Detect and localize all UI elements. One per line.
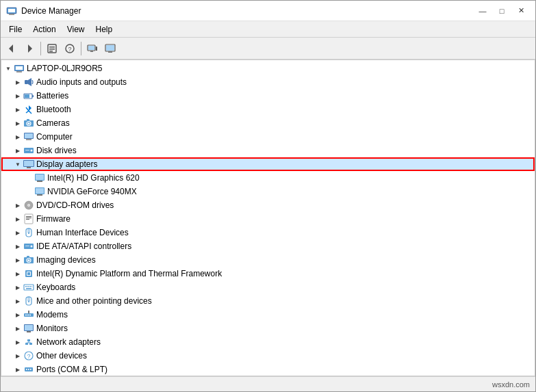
svg-rect-14 <box>96 47 97 51</box>
svg-rect-17 <box>106 45 114 51</box>
svg-rect-74 <box>28 297 29 301</box>
svg-rect-45 <box>36 188 44 194</box>
svg-rect-69 <box>27 286 29 287</box>
tree-item-keyboards[interactable]: Keyboards <box>1 280 535 294</box>
toolbar-scan[interactable] <box>84 40 101 57</box>
tree-item-cameras[interactable]: Cameras <box>1 116 535 130</box>
diskdrives-expand <box>12 145 23 156</box>
displayadapters-expand <box>12 159 23 170</box>
svg-point-36 <box>31 150 33 152</box>
toolbar-update[interactable]: ? <box>62 40 78 57</box>
maximize-button[interactable]: □ <box>493 4 511 18</box>
tree-item-displayadapters[interactable]: Display adapters <box>1 157 535 171</box>
minimize-button[interactable]: — <box>474 4 492 18</box>
tree-item-intel-dynamic[interactable]: Intel(R) Dynamic Platform and Thermal Fr… <box>1 267 535 280</box>
tree-item-imaging[interactable]: Imaging devices <box>1 253 535 267</box>
nvidia-label: NVIDIA GeForce 940MX <box>47 187 137 196</box>
svg-rect-72 <box>26 288 31 289</box>
tree-item-monitors[interactable]: Monitors <box>1 322 535 335</box>
hid-icon <box>23 227 34 238</box>
dvdrom-expand <box>12 200 23 211</box>
modems-expand <box>12 309 23 320</box>
tree-item-hid[interactable]: Human Interface Devices <box>1 226 535 239</box>
firmware-icon <box>23 213 34 224</box>
svg-rect-95 <box>30 369 31 370</box>
tree-item-modems[interactable]: Modems <box>1 308 535 322</box>
batteries-label: Batteries <box>36 91 68 101</box>
toolbar-forward[interactable] <box>21 40 38 57</box>
menu-help[interactable]: Help <box>90 23 118 36</box>
network-icon <box>23 337 34 348</box>
menu-view[interactable]: View <box>62 23 90 36</box>
svg-point-79 <box>29 315 31 316</box>
svg-rect-34 <box>26 139 31 140</box>
svg-rect-23 <box>25 80 28 84</box>
monitors-icon <box>23 323 34 334</box>
tree-item-batteries[interactable]: Batteries <box>1 89 535 103</box>
tree-item-audio[interactable]: Audio inputs and outputs <box>1 75 535 89</box>
svg-text:?: ? <box>68 46 71 53</box>
status-text: wsxdn.com <box>492 380 530 389</box>
tree-item-diskdrives[interactable]: Disk drives <box>1 144 535 157</box>
svg-rect-82 <box>25 325 33 330</box>
ports-expand <box>12 364 23 375</box>
tree-view[interactable]: LAPTOP-0LJR9OR5 Audio inputs and outputs <box>1 60 535 376</box>
computer-icon <box>23 131 34 142</box>
toolbar-display[interactable] <box>102 40 118 57</box>
tree-item-firmware[interactable]: Firmware <box>1 212 535 226</box>
cameras-expand <box>12 118 23 129</box>
other-label: Other devices <box>36 351 87 361</box>
status-bar: wsxdn.com <box>1 376 535 391</box>
tree-root[interactable]: LAPTOP-0LJR9OR5 <box>1 62 535 75</box>
svg-rect-55 <box>28 228 29 233</box>
tree-item-network[interactable]: Network adapters <box>1 335 535 349</box>
tree-item-intelhd[interactable]: Intel(R) HD Graphics 620 <box>1 171 535 185</box>
network-expand <box>12 337 23 348</box>
ports-icon <box>23 364 34 375</box>
tree-item-ports[interactable]: Ports (COM & LPT) <box>1 363 535 376</box>
svg-rect-59 <box>25 246 29 246</box>
svg-rect-37 <box>25 150 29 151</box>
svg-rect-67 <box>24 285 34 290</box>
toolbar: ? <box>1 38 535 60</box>
title-bar-left: Device Manager <box>6 5 81 16</box>
keyboards-icon <box>23 282 34 293</box>
tree-item-nvidia[interactable]: NVIDIA GeForce 940MX <box>1 185 535 198</box>
svg-rect-93 <box>26 369 27 370</box>
intel-dynamic-expand <box>12 268 23 279</box>
bluetooth-icon <box>23 104 34 115</box>
menu-file[interactable]: File <box>3 23 27 36</box>
toolbar-sep-1 <box>40 42 41 55</box>
close-button[interactable]: ✕ <box>512 4 530 18</box>
tree-item-other[interactable]: ? Other devices <box>1 349 535 363</box>
svg-point-30 <box>28 122 30 125</box>
svg-rect-63 <box>27 256 29 257</box>
svg-marker-24 <box>28 78 31 86</box>
content-area: LAPTOP-0LJR9OR5 Audio inputs and outputs <box>1 60 535 376</box>
tree-item-bluetooth[interactable]: Bluetooth <box>1 103 535 116</box>
svg-rect-46 <box>37 194 42 196</box>
intel-dynamic-label: Intel(R) Dynamic Platform and Thermal Fr… <box>36 269 222 278</box>
tree-item-dvdrom[interactable]: DVD/CD-ROM drives <box>1 198 535 212</box>
audio-expand <box>12 77 23 88</box>
svg-point-78 <box>27 315 29 316</box>
toolbar-properties[interactable] <box>44 40 60 57</box>
hid-expand <box>12 227 23 238</box>
root-icon <box>14 63 25 74</box>
keyboards-label: Keyboards <box>36 283 75 292</box>
intelhd-icon <box>34 172 45 183</box>
svg-marker-5 <box>28 44 32 53</box>
ide-label: IDE ATA/ATAPI controllers <box>36 241 131 251</box>
firmware-label: Firmware <box>36 214 71 224</box>
computer-expand <box>12 131 23 142</box>
svg-point-56 <box>28 233 29 234</box>
menu-action[interactable]: Action <box>27 23 61 36</box>
displayadapters-label: Display adapters <box>36 159 97 169</box>
intel-dynamic-icon <box>23 268 34 279</box>
tree-item-mice[interactable]: Mice and other pointing devices <box>1 294 535 308</box>
svg-rect-53 <box>26 219 29 220</box>
tree-item-computer[interactable]: Computer <box>1 130 535 144</box>
toolbar-back[interactable] <box>3 40 20 57</box>
tree-item-ide[interactable]: IDE ATA/ATAPI controllers <box>1 239 535 253</box>
svg-rect-66 <box>27 272 30 275</box>
